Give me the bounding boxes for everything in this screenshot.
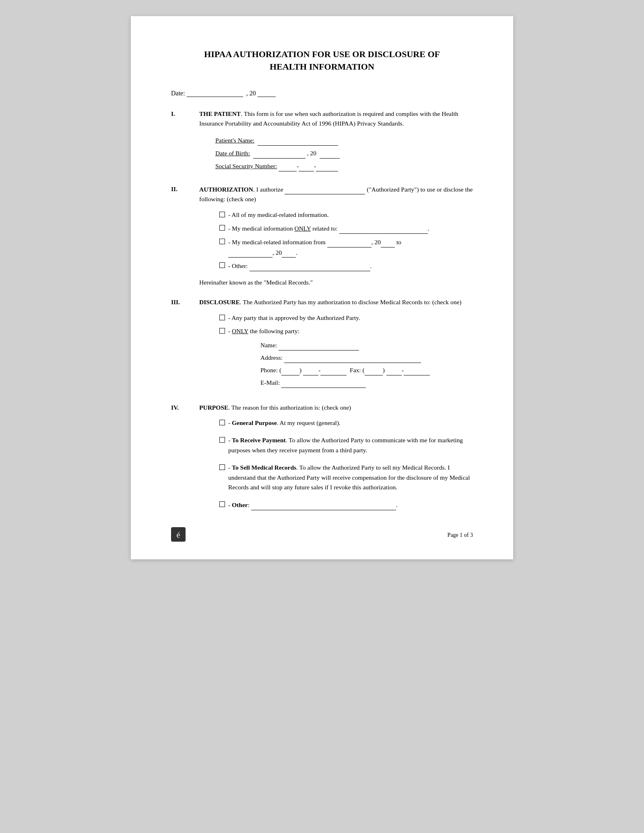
- checkbox-only-related: - My medical information ONLY related to…: [219, 223, 473, 234]
- section-III-intro: DISCLOSURE. The Authorized Party has my …: [199, 297, 473, 307]
- checkbox-date-range-box[interactable]: [219, 239, 225, 244]
- section-II-intro: AUTHORIZATION. I authorize ("Authorized …: [199, 184, 473, 205]
- from-year-blank[interactable]: [381, 237, 395, 247]
- document-title: HIPAA AUTHORIZATION FOR USE OR DISCLOSUR…: [171, 48, 473, 73]
- authorized-party-blank[interactable]: [285, 184, 365, 195]
- section-I-num: I.: [171, 109, 199, 175]
- section-I-heading: THE PATIENT: [199, 110, 241, 117]
- dob-blank[interactable]: [253, 148, 305, 159]
- checkbox-any-party: - Any party that is approved by the Auth…: [219, 313, 473, 323]
- disc-fax-area[interactable]: [365, 365, 383, 375]
- section-I: I. THE PATIENT. This form is for use whe…: [171, 109, 473, 175]
- checkbox-to-sell-records: - To Sell Medical Records. To allow the …: [219, 463, 473, 493]
- section-III-num: III.: [171, 297, 199, 393]
- disc-name-blank[interactable]: [279, 340, 359, 351]
- to-year-blank[interactable]: [282, 247, 296, 258]
- disc-fax-num[interactable]: [404, 365, 430, 375]
- disc-address-blank[interactable]: [284, 353, 421, 363]
- dob-year-blank[interactable]: [320, 148, 340, 159]
- patient-fields: Patient's Name: Date of Birth: , 20 Soci…: [215, 135, 473, 171]
- ssn-blank3[interactable]: [316, 161, 338, 171]
- disc-fax-label: Fax:: [350, 367, 361, 373]
- checkbox-general-purpose-box[interactable]: [219, 420, 225, 425]
- document-page: HIPAA AUTHORIZATION FOR USE OR DISCLOSUR…: [131, 16, 513, 559]
- to-sell-records-label: To Sell Medical Records: [232, 464, 296, 471]
- year-blank[interactable]: [258, 89, 276, 97]
- patient-name-blank[interactable]: [258, 135, 338, 146]
- section-IV-content: PURPOSE. The reason for this authorizati…: [199, 403, 473, 518]
- checkbox-general-purpose: - General Purpose. At my request (genera…: [219, 418, 473, 428]
- checkbox-only-related-box[interactable]: [219, 225, 225, 231]
- section-IV-body: . The reason for this authorization is: …: [228, 404, 351, 411]
- ssn-row: Social Security Number: - -: [215, 161, 473, 171]
- general-purpose-label: General Purpose: [232, 419, 277, 426]
- page-number: Page 1 of 3: [448, 532, 473, 538]
- section-II: II. AUTHORIZATION. I authorize ("Authori…: [171, 184, 473, 288]
- disc-fax-prefix[interactable]: [386, 365, 402, 375]
- disc-phone-num[interactable]: [320, 365, 347, 375]
- logo-icon: é: [171, 527, 186, 542]
- checkbox-date-range-text: - My medical-related information from , …: [228, 237, 473, 258]
- disc-email-label: E-Mail:: [260, 379, 280, 386]
- checkbox-only-party-text: - ONLY the following party: Name: Addres…: [228, 326, 473, 390]
- section-II-num: II.: [171, 184, 199, 288]
- checkbox-other-IV: - Other: .: [219, 500, 473, 510]
- checkbox-only-party-box[interactable]: [219, 328, 225, 334]
- section-IV-intro: PURPOSE. The reason for this authorizati…: [199, 403, 473, 413]
- other-IV-label: Other: [232, 501, 248, 508]
- disc-phone-prefix[interactable]: [303, 365, 318, 375]
- to-receive-payment-label: To Receive Payment: [232, 437, 286, 443]
- section-II-content: AUTHORIZATION. I authorize ("Authorized …: [199, 184, 473, 288]
- checkbox-general-purpose-text: - General Purpose. At my request (genera…: [228, 418, 473, 428]
- checkbox-only-party: - ONLY the following party: Name: Addres…: [219, 326, 473, 390]
- section-II-options: - All of my medical-related information.…: [219, 210, 473, 271]
- title-line1: HIPAA AUTHORIZATION FOR USE OR DISCLOSUR…: [171, 48, 473, 61]
- checkbox-other-IV-box[interactable]: [219, 501, 225, 507]
- checkbox-any-party-box[interactable]: [219, 315, 225, 320]
- checkbox-to-receive-payment-box[interactable]: [219, 437, 225, 443]
- section-III-body: . The Authorized Party has my authorizat…: [240, 299, 462, 305]
- disc-address-label: Address:: [260, 354, 283, 361]
- hereinafter-text: Hereinafter known as the "Medical Record…: [199, 278, 473, 288]
- section-IV-heading: PURPOSE: [199, 404, 228, 411]
- section-IV-options: - General Purpose. At my request (genera…: [219, 418, 473, 510]
- other-II-blank[interactable]: [250, 261, 370, 271]
- checkbox-all-medical-text: - All of my medical-related information.: [228, 210, 473, 220]
- ssn-blank1[interactable]: [279, 161, 297, 171]
- title-line2: HEALTH INFORMATION: [171, 61, 473, 73]
- checkbox-other-II: - Other: .: [219, 261, 473, 271]
- dob-row: Date of Birth: , 20: [215, 148, 473, 159]
- checkbox-to-receive-payment: - To Receive Payment. To allow the Autho…: [219, 435, 473, 456]
- footer-logo: é: [171, 527, 186, 543]
- date-year-prefix: , 20: [246, 90, 256, 97]
- checkbox-other-II-text: - Other: .: [228, 261, 473, 271]
- date-blank[interactable]: [187, 89, 243, 97]
- section-I-text: THE PATIENT. This form is for use when s…: [199, 109, 473, 129]
- from-date-blank[interactable]: [327, 237, 372, 247]
- disclosure-fields: Name: Address: Phone: ( ) - Fax: ( ) - E…: [260, 340, 473, 388]
- date-line: Date: , 20: [171, 89, 473, 97]
- disc-name-row: Name:: [260, 340, 473, 351]
- other-IV-blank[interactable]: [251, 500, 396, 510]
- checkbox-other-II-box[interactable]: [219, 262, 225, 268]
- disc-phone-area[interactable]: [281, 365, 299, 375]
- to-date-blank[interactable]: [228, 247, 272, 258]
- disc-email-blank[interactable]: [281, 377, 366, 388]
- page-footer: é Page 1 of 3: [171, 527, 473, 543]
- patient-name-row: Patient's Name:: [215, 135, 473, 146]
- checkbox-to-sell-records-box[interactable]: [219, 464, 225, 470]
- section-III-heading: DISCLOSURE: [199, 299, 240, 305]
- only-related-blank[interactable]: [339, 223, 428, 234]
- checkbox-to-sell-records-text: - To Sell Medical Records. To allow the …: [228, 463, 473, 493]
- section-IV-num: IV.: [171, 403, 199, 518]
- date-label: Date:: [171, 90, 185, 97]
- section-II-body-before: . I authorize: [253, 186, 285, 193]
- checkbox-all-medical-box[interactable]: [219, 212, 225, 217]
- ssn-blank2[interactable]: [299, 161, 314, 171]
- checkbox-other-IV-text: - Other: .: [228, 500, 473, 510]
- disc-phone-row: Phone: ( ) - Fax: ( ) -: [260, 365, 473, 375]
- section-II-heading: AUTHORIZATION: [199, 186, 253, 193]
- section-I-content: THE PATIENT. This form is for use when s…: [199, 109, 473, 175]
- section-IV: IV. PURPOSE. The reason for this authori…: [171, 403, 473, 518]
- svg-text:é: é: [177, 530, 180, 539]
